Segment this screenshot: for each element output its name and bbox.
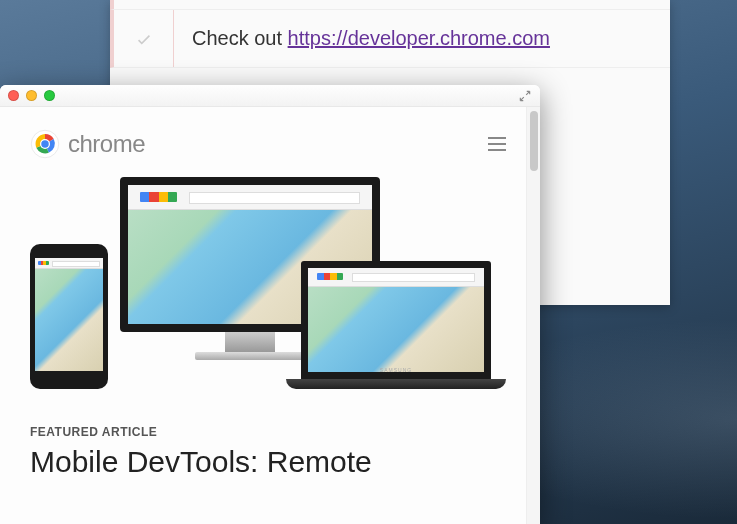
expand-icon[interactable] [518, 89, 532, 103]
zoom-icon[interactable] [44, 90, 55, 101]
svg-rect-3 [488, 137, 506, 139]
note-row[interactable]: Check out https://developer.chrome.com [110, 10, 670, 68]
note-link[interactable]: https://developer.chrome.com [288, 27, 550, 49]
note-text: Check out https://developer.chrome.com [174, 27, 550, 50]
menu-icon[interactable] [488, 137, 506, 151]
laptop-device: SAMSUNG [286, 261, 506, 389]
brand-text: chrome [68, 130, 145, 158]
featured-label: FEATURED ARTICLE [30, 425, 506, 439]
window-titlebar[interactable] [0, 85, 540, 107]
page-header: chrome [30, 129, 506, 159]
svg-rect-4 [488, 143, 506, 145]
laptop-brand-label: SAMSUNG [380, 367, 412, 373]
scrollbar[interactable] [526, 107, 540, 524]
checkmark-icon [135, 30, 153, 48]
chrome-logo-icon [30, 129, 60, 159]
scrollbar-thumb[interactable] [530, 111, 538, 171]
svg-point-2 [41, 140, 49, 148]
close-icon[interactable] [8, 90, 19, 101]
hero-devices-image: SAMSUNG [30, 177, 506, 407]
phone-device [30, 244, 108, 389]
minimize-icon[interactable] [26, 90, 37, 101]
article-title[interactable]: Mobile DevTools: Remote [30, 445, 506, 478]
preview-window: chrome [0, 85, 540, 524]
svg-rect-5 [488, 149, 506, 151]
